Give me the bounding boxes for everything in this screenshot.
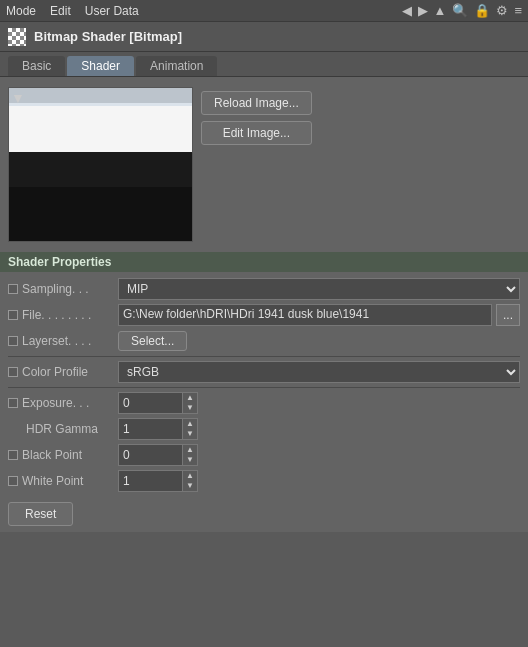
- black-point-up[interactable]: ▲: [182, 445, 197, 455]
- tab-shader[interactable]: Shader: [67, 56, 134, 76]
- hdr-gamma-up[interactable]: ▲: [182, 419, 197, 429]
- white-point-down[interactable]: ▼: [182, 481, 197, 491]
- black-point-input: 0 ▲ ▼: [118, 444, 198, 466]
- white-point-spinners: ▲ ▼: [182, 471, 197, 491]
- white-point-input: 1 ▲ ▼: [118, 470, 198, 492]
- exposure-toggle[interactable]: [8, 398, 18, 408]
- file-label: File. . . . . . . .: [8, 308, 118, 322]
- sampling-select[interactable]: MIP None SAT Nearest Bilinear: [118, 278, 520, 300]
- shader-icon: [8, 28, 26, 46]
- layerset-toggle[interactable]: [8, 336, 18, 346]
- reset-button[interactable]: Reset: [8, 502, 73, 526]
- menu-userdata[interactable]: User Data: [85, 4, 139, 18]
- exposure-label: Exposure. . .: [8, 396, 118, 410]
- menu-mode[interactable]: Mode: [6, 4, 36, 18]
- exposure-value[interactable]: 0: [119, 396, 182, 410]
- white-point-control: 1 ▲ ▼: [118, 470, 520, 492]
- lock-icon[interactable]: 🔒: [474, 3, 490, 18]
- tabs-bar: Basic Shader Animation: [0, 52, 528, 77]
- hdr-gamma-row: HDR Gamma 1 ▲ ▼: [8, 418, 520, 440]
- arrow-left-icon[interactable]: ◀: [402, 3, 412, 18]
- image-buttons: Reload Image... Edit Image...: [201, 87, 312, 242]
- main-content: ▼ Reload Image... Edit Image... Shader P…: [0, 77, 528, 532]
- divider-2: [8, 387, 520, 388]
- exposure-spinners: ▲ ▼: [182, 393, 197, 413]
- color-profile-row: Color Profile sRGB Linear AdobeRGB Rec. …: [8, 361, 520, 383]
- reload-image-button[interactable]: Reload Image...: [201, 91, 312, 115]
- tab-basic[interactable]: Basic: [8, 56, 65, 76]
- shader-properties-header: Shader Properties: [0, 252, 528, 272]
- black-point-toggle[interactable]: [8, 450, 18, 460]
- menu-edit[interactable]: Edit: [50, 4, 71, 18]
- hdr-gamma-control: 1 ▲ ▼: [118, 418, 520, 440]
- black-point-spinners: ▲ ▼: [182, 445, 197, 465]
- exposure-up[interactable]: ▲: [182, 393, 197, 403]
- divider-1: [8, 356, 520, 357]
- layerset-row: Layerset. . . . Select...: [8, 330, 520, 352]
- black-point-label: Black Point: [8, 448, 118, 462]
- white-point-label: White Point: [8, 474, 118, 488]
- color-profile-label: Color Profile: [8, 365, 118, 379]
- white-point-row: White Point 1 ▲ ▼: [8, 470, 520, 492]
- tab-animation[interactable]: Animation: [136, 56, 217, 76]
- color-profile-select[interactable]: sRGB Linear AdobeRGB Rec. 709: [118, 361, 520, 383]
- preview-dropdown-icon[interactable]: ▼: [11, 90, 25, 106]
- hdr-gamma-input: 1 ▲ ▼: [118, 418, 198, 440]
- black-point-row: Black Point 0 ▲ ▼: [8, 444, 520, 466]
- hdr-gamma-down[interactable]: ▼: [182, 429, 197, 439]
- exposure-input: 0 ▲ ▼: [118, 392, 198, 414]
- sampling-row: Sampling. . . MIP None SAT Nearest Bilin…: [8, 278, 520, 300]
- color-profile-control: sRGB Linear AdobeRGB Rec. 709: [118, 361, 520, 383]
- hdr-gamma-label: HDR Gamma: [8, 422, 118, 436]
- menu-bar: Mode Edit User Data ◀ ▶ ▲ 🔍 🔒 ⚙ ≡: [0, 0, 528, 22]
- white-point-up[interactable]: ▲: [182, 471, 197, 481]
- sampling-label: Sampling. . .: [8, 282, 118, 296]
- image-preview: ▼: [8, 87, 193, 242]
- menu-dots-icon[interactable]: ≡: [514, 3, 522, 18]
- black-point-down[interactable]: ▼: [182, 455, 197, 465]
- color-profile-toggle[interactable]: [8, 367, 18, 377]
- file-row: File. . . . . . . . G:\New folder\hDRI\H…: [8, 304, 520, 326]
- preview-gradient: [9, 88, 192, 241]
- sampling-control: MIP None SAT Nearest Bilinear: [118, 278, 520, 300]
- exposure-row: Exposure. . . 0 ▲ ▼: [8, 392, 520, 414]
- hdr-gamma-spinners: ▲ ▼: [182, 419, 197, 439]
- arrow-up-icon[interactable]: ▲: [434, 3, 447, 18]
- file-path-display[interactable]: G:\New folder\hDRI\HDri 1941 dusk blue\1…: [118, 304, 492, 326]
- exposure-down[interactable]: ▼: [182, 403, 197, 413]
- white-point-value[interactable]: 1: [119, 474, 182, 488]
- exposure-control: 0 ▲ ▼: [118, 392, 520, 414]
- hdr-gamma-value[interactable]: 1: [119, 422, 182, 436]
- sampling-toggle[interactable]: [8, 284, 18, 294]
- title-bar: Bitmap Shader [Bitmap]: [0, 22, 528, 52]
- window-title: Bitmap Shader [Bitmap]: [34, 29, 182, 44]
- file-toggle[interactable]: [8, 310, 18, 320]
- black-point-value[interactable]: 0: [119, 448, 182, 462]
- reset-row: Reset: [8, 496, 520, 526]
- white-point-toggle[interactable]: [8, 476, 18, 486]
- preview-row: ▼ Reload Image... Edit Image...: [8, 83, 520, 246]
- layerset-control: Select...: [118, 331, 520, 351]
- toolbar-icons: ◀ ▶ ▲ 🔍 🔒 ⚙ ≡: [402, 3, 522, 18]
- file-control: G:\New folder\hDRI\HDri 1941 dusk blue\1…: [118, 304, 520, 326]
- browse-button[interactable]: ...: [496, 304, 520, 326]
- edit-image-button[interactable]: Edit Image...: [201, 121, 312, 145]
- search-icon[interactable]: 🔍: [452, 3, 468, 18]
- arrow-right-icon[interactable]: ▶: [418, 3, 428, 18]
- preview-overlay: [9, 88, 192, 106]
- black-point-control: 0 ▲ ▼: [118, 444, 520, 466]
- settings-icon[interactable]: ⚙: [496, 3, 508, 18]
- layerset-label: Layerset. . . .: [8, 334, 118, 348]
- layerset-select-button[interactable]: Select...: [118, 331, 187, 351]
